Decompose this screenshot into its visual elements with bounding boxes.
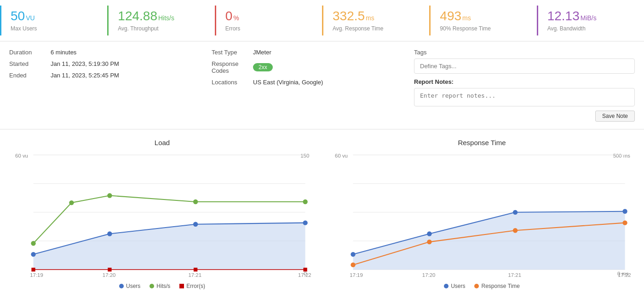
metric-unit-bandwidth: MiB/s xyxy=(581,14,597,22)
response-time-chart-container: Response Time 60 vu 500 ms 0 ms xyxy=(324,134,639,293)
tags-notes-section: Tags Report Notes: Save Note xyxy=(414,49,635,122)
load-legend-hits-label: Hits/s xyxy=(156,283,170,289)
svg-point-36 xyxy=(427,231,431,236)
test-type-value: JMeter xyxy=(253,49,271,56)
response-legend-rt-dot xyxy=(474,284,479,288)
tags-input[interactable] xyxy=(414,59,635,74)
metric-value-users: 50 xyxy=(11,9,25,23)
svg-point-15 xyxy=(107,193,112,198)
metric-label-avg-response: Avg. Response Time xyxy=(333,25,420,32)
info-middle: Test Type JMeter Response Codes 2xx Loca… xyxy=(212,49,396,122)
response-legend-rt: Response Time xyxy=(474,283,519,289)
tags-label: Tags xyxy=(414,49,635,56)
svg-rect-19 xyxy=(108,268,111,271)
svg-text:500 ms: 500 ms xyxy=(613,152,631,158)
info-duration-row: Duration 6 minutes xyxy=(9,49,193,56)
load-legend-hits-dot xyxy=(150,284,154,288)
response-legend-users-dot xyxy=(444,284,448,288)
info-response-codes-row: Response Codes 2xx xyxy=(212,60,396,74)
metric-value-avg-response: 332.5 xyxy=(333,9,365,23)
charts-section: Load 60 vu 150 0 xyxy=(0,129,644,293)
svg-text:17:19: 17:19 xyxy=(30,272,43,278)
test-type-label: Test Type xyxy=(212,49,253,56)
metric-label-errors: Errors xyxy=(225,25,313,32)
load-chart-container: Load 60 vu 150 0 xyxy=(5,134,320,293)
metric-90-response: 493ms 90% Response Time xyxy=(429,6,536,35)
svg-point-9 xyxy=(31,252,35,257)
svg-point-35 xyxy=(351,252,355,257)
save-note-button[interactable]: Save Note xyxy=(595,111,635,122)
metric-value-90-response: 493 xyxy=(440,9,461,23)
report-notes-label: Report Notes: xyxy=(414,78,635,85)
response-legend-rt-label: Response Time xyxy=(481,283,519,289)
metric-label-users: Max Users xyxy=(11,25,98,32)
svg-point-38 xyxy=(622,209,627,213)
locations-label: Locations xyxy=(212,79,253,86)
response-codes-badge: 2xx xyxy=(253,63,273,71)
load-legend-users-dot xyxy=(119,284,124,288)
info-ended-row: Ended Jan 11, 2023, 5:25:45 PM xyxy=(9,72,193,79)
svg-point-41 xyxy=(513,228,518,233)
response-legend-users: Users xyxy=(444,283,465,289)
report-notes-textarea[interactable] xyxy=(414,88,635,106)
load-legend-hits: Hits/s xyxy=(150,283,170,289)
metric-avg-response: 332.5ms Avg. Response Time xyxy=(322,6,429,35)
info-test-type-row: Test Type JMeter xyxy=(212,49,396,56)
svg-point-12 xyxy=(303,220,307,225)
ended-value: Jan 11, 2023, 5:25:45 PM xyxy=(51,72,119,79)
info-started-row: Started Jan 11, 2023, 5:19:30 PM xyxy=(9,60,193,67)
svg-text:17:21: 17:21 xyxy=(508,272,522,278)
svg-rect-21 xyxy=(303,268,307,271)
response-time-chart-title: Response Time xyxy=(324,139,639,146)
svg-text:60 vu: 60 vu xyxy=(335,152,348,158)
response-codes-label: Response Codes xyxy=(212,60,253,74)
svg-text:17:21: 17:21 xyxy=(189,272,202,278)
load-chart-svg: 60 vu 150 0 xyxy=(9,150,315,279)
svg-text:17:20: 17:20 xyxy=(103,272,116,278)
ended-label: Ended xyxy=(9,72,51,79)
svg-point-39 xyxy=(351,263,355,267)
started-label: Started xyxy=(9,60,51,67)
metric-value-bandwidth: 12.13 xyxy=(547,9,580,23)
svg-text:17:22: 17:22 xyxy=(618,272,631,278)
metric-throughput: 124.88Hits/s Avg. Throughput xyxy=(107,6,214,35)
svg-point-42 xyxy=(622,220,627,225)
svg-point-14 xyxy=(69,200,74,205)
info-section: Duration 6 minutes Started Jan 11, 2023,… xyxy=(0,41,644,129)
metric-unit-users: VU xyxy=(26,14,34,22)
svg-point-13 xyxy=(31,241,35,246)
load-legend-errors-label: Error(s) xyxy=(186,283,205,289)
svg-point-11 xyxy=(193,222,198,226)
svg-point-37 xyxy=(513,210,518,214)
metric-value-errors: 0 xyxy=(225,9,233,23)
svg-point-10 xyxy=(107,231,112,236)
response-time-chart-svg: 60 vu 500 ms 0 ms xyxy=(329,150,635,279)
svg-point-16 xyxy=(193,199,198,204)
metric-label-bandwidth: Avg. Bandwidth xyxy=(547,25,635,32)
metric-label-90-response: 90% Response Time xyxy=(440,25,527,32)
svg-marker-8 xyxy=(34,223,305,270)
svg-text:60 vu: 60 vu xyxy=(15,152,28,158)
svg-text:17:22: 17:22 xyxy=(298,272,311,278)
info-locations-row: Locations US East (Virginia, Google) xyxy=(212,79,396,86)
svg-text:150: 150 xyxy=(300,152,309,158)
load-chart-legend: Users Hits/s Error(s) xyxy=(5,283,320,289)
load-legend-users: Users xyxy=(119,283,140,289)
load-chart-title: Load xyxy=(5,139,320,146)
metric-bandwidth: 12.13MiB/s Avg. Bandwidth xyxy=(537,6,644,35)
metrics-bar: 50VU Max Users 124.88Hits/s Avg. Through… xyxy=(0,0,644,41)
duration-label: Duration xyxy=(9,49,51,56)
metric-value-throughput: 124.88 xyxy=(118,9,157,23)
info-left: Duration 6 minutes Started Jan 11, 2023,… xyxy=(9,49,193,122)
load-legend-users-label: Users xyxy=(126,283,140,289)
metric-max-users: 50VU Max Users xyxy=(0,6,107,35)
duration-value: 6 minutes xyxy=(51,49,76,56)
svg-text:17:19: 17:19 xyxy=(350,272,363,278)
response-time-chart-legend: Users Response Time xyxy=(324,283,639,289)
svg-rect-20 xyxy=(194,268,197,271)
metric-label-throughput: Avg. Throughput xyxy=(118,25,205,32)
load-chart-area: 60 vu 150 0 xyxy=(9,150,315,279)
svg-text:17:20: 17:20 xyxy=(422,272,436,278)
locations-value: US East (Virginia, Google) xyxy=(253,79,323,86)
metric-unit-throughput: Hits/s xyxy=(158,14,174,22)
